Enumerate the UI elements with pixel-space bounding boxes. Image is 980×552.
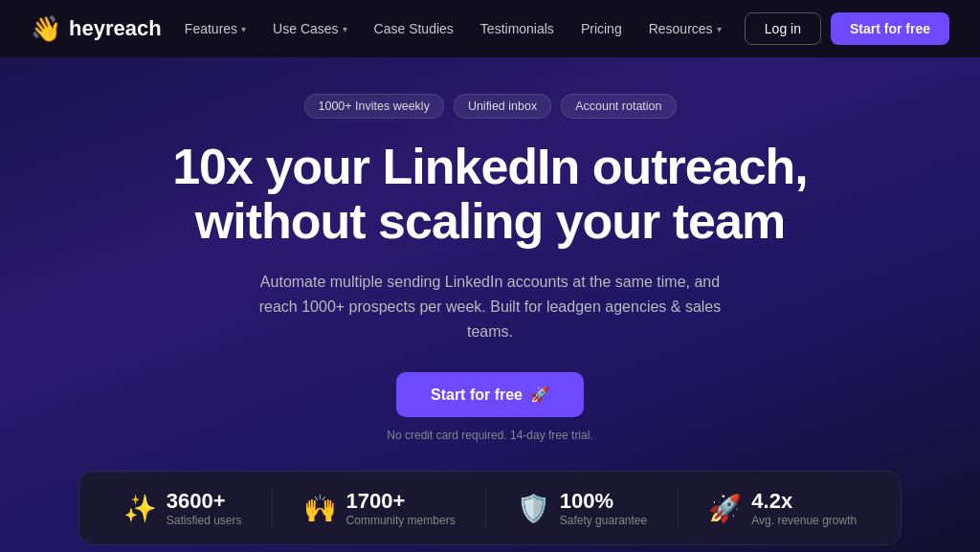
hands-icon: 🙌: [303, 493, 337, 524]
hero-tag-inbox: Unified inbox: [454, 94, 551, 119]
hero-subtitle: Automate multiple sending LinkedIn accou…: [241, 270, 739, 343]
hero-note: No credit card required. 14-day free tri…: [387, 429, 592, 442]
login-button[interactable]: Log in: [745, 12, 821, 45]
nav-case-studies[interactable]: Case Studies: [363, 15, 465, 42]
stats-bar: ✨ 3600+ Satisfied users 🙌 1700+ Communit…: [78, 471, 902, 545]
logo[interactable]: 👋 heyreach: [31, 14, 162, 44]
nav-features[interactable]: Features ▾: [173, 15, 257, 42]
stat-number: 100%: [560, 489, 647, 514]
stat-number: 4.2x: [751, 489, 857, 514]
logo-text: heyreach: [69, 16, 162, 41]
hero-title: 10x your LinkedIn outreach, without scal…: [172, 140, 808, 249]
navbar: 👋 heyreach Features ▾ Use Cases ▾ Case S…: [0, 0, 980, 57]
nav-resources[interactable]: Resources ▾: [637, 15, 733, 42]
stat-community: 🙌 1700+ Community members: [303, 489, 456, 527]
stat-label: Community members: [346, 514, 456, 527]
stat-label: Avg. revenue growth: [751, 514, 857, 527]
chevron-down-icon: ▾: [717, 24, 722, 34]
stat-label: Satisfied users: [167, 514, 242, 527]
hero-tags: 1000+ Invites weekly Unified inbox Accou…: [304, 94, 677, 119]
stat-satisfied-users: ✨ 3600+ Satisfied users: [123, 489, 242, 527]
nav-links: Features ▾ Use Cases ▾ Case Studies Test…: [173, 15, 733, 42]
hero-tag-invites: 1000+ Invites weekly: [304, 94, 444, 119]
stat-safety: 🛡️ 100% Safety guarantee: [517, 489, 647, 527]
logo-icon: 👋: [31, 14, 61, 44]
rocket-icon: 🚀: [708, 493, 742, 524]
rocket-icon: 🚀: [530, 386, 549, 404]
stat-revenue: 🚀 4.2x Avg. revenue growth: [708, 489, 857, 527]
stat-number: 1700+: [346, 489, 456, 514]
start-free-button[interactable]: Start for free: [831, 12, 949, 45]
stat-divider: [485, 489, 486, 527]
nav-testimonials[interactable]: Testimonials: [469, 15, 566, 42]
stat-number: 3600+: [167, 489, 242, 514]
sparkles-icon: ✨: [123, 493, 157, 524]
chevron-down-icon: ▾: [241, 24, 246, 34]
nav-pricing[interactable]: Pricing: [569, 15, 634, 42]
stat-label: Safety guarantee: [560, 514, 647, 527]
stat-divider: [272, 489, 273, 527]
hero-section: 1000+ Invites weekly Unified inbox Accou…: [0, 57, 980, 552]
shield-icon: 🛡️: [517, 493, 550, 524]
hero-tag-rotation: Account rotation: [561, 94, 676, 119]
nav-actions: Log in Start for free: [745, 12, 949, 45]
chevron-down-icon: ▾: [343, 24, 347, 34]
stat-divider: [678, 489, 679, 527]
nav-use-cases[interactable]: Use Cases ▾: [261, 15, 358, 42]
hero-cta-button[interactable]: Start for free 🚀: [396, 372, 584, 417]
